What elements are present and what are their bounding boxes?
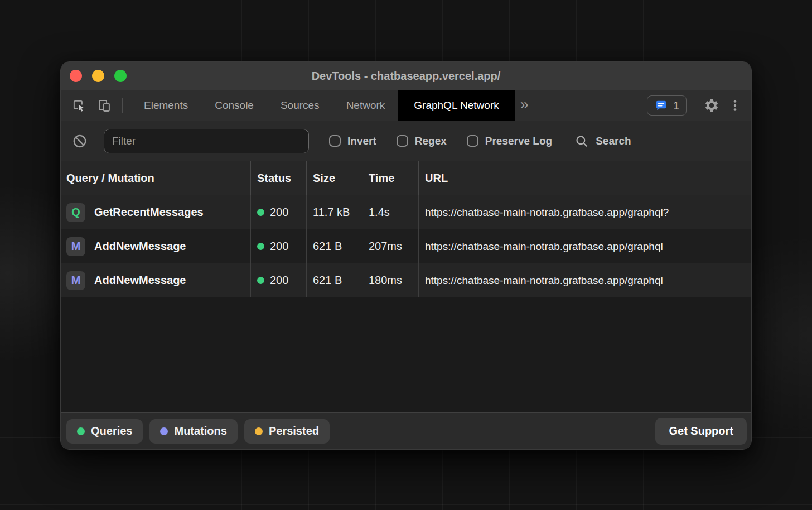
devtools-toolbar: Elements Console Sources Network GraphQL…	[61, 90, 751, 121]
invert-label: Invert	[347, 135, 376, 147]
operation-name: GetRecentMessages	[94, 206, 204, 219]
cell-size: 11.7 kB	[306, 195, 362, 229]
query-type-badge: M	[66, 271, 85, 290]
tab-sources[interactable]: Sources	[267, 90, 333, 121]
tab-network[interactable]: Network	[333, 90, 399, 121]
preserve-log-checkbox[interactable]	[467, 135, 478, 147]
column-header-url[interactable]: URL	[418, 161, 751, 195]
status-dot	[257, 277, 264, 284]
window-title: DevTools - chatbaseapp.vercel.app/	[61, 70, 751, 83]
status-dot	[257, 243, 264, 250]
chat-bubble-icon	[654, 99, 668, 113]
cell-query-mutation: M AddNewMessage	[61, 229, 250, 263]
query-type-badge: Q	[66, 203, 85, 222]
cell-query-mutation: M AddNewMessage	[61, 263, 250, 297]
cell-url: https://chatbase-main-notrab.grafbase.ap…	[418, 195, 751, 229]
toolbar-divider	[695, 98, 695, 113]
mutations-dot-icon	[160, 427, 168, 435]
filter-toolbar: Invert Regex Preserve Log Search	[61, 121, 751, 161]
tab-graphql-network[interactable]: GraphQL Network	[398, 90, 514, 121]
cell-time: 1.4s	[362, 195, 418, 229]
gear-icon	[704, 98, 719, 113]
issues-count: 1	[673, 99, 679, 112]
issues-badge-button[interactable]: 1	[647, 95, 687, 116]
legend-mutations-label: Mutations	[174, 425, 226, 437]
device-toolbar-icon	[97, 98, 112, 113]
preserve-log-checkbox-group[interactable]: Preserve Log	[467, 135, 552, 147]
regex-checkbox-group[interactable]: Regex	[397, 135, 447, 147]
empty-table-area	[61, 297, 751, 412]
legend-mutations-button[interactable]: Mutations	[149, 419, 237, 444]
more-tabs-button[interactable]: »	[520, 97, 529, 112]
column-header-size[interactable]: Size	[306, 161, 362, 195]
legend-persisted-button[interactable]: Persisted	[244, 419, 330, 444]
tab-console[interactable]: Console	[201, 90, 267, 121]
status-dot	[257, 209, 264, 216]
more-options-button[interactable]	[728, 98, 742, 113]
clear-log-button[interactable]	[72, 133, 88, 149]
cell-url: https://chatbase-main-notrab.grafbase.ap…	[418, 263, 751, 297]
preserve-log-label: Preserve Log	[485, 135, 552, 147]
filter-input[interactable]	[104, 129, 309, 153]
legend-queries-label: Queries	[91, 425, 132, 437]
status-code: 200	[270, 274, 288, 287]
window-titlebar[interactable]: DevTools - chatbaseapp.vercel.app/	[61, 62, 751, 90]
table-row[interactable]: M AddNewMessage 200 621 B 180ms https://…	[61, 263, 751, 297]
cell-query-mutation: Q GetRecentMessages	[61, 195, 250, 229]
column-header-status[interactable]: Status	[250, 161, 306, 195]
persisted-dot-icon	[255, 427, 263, 435]
traffic-lights	[70, 62, 127, 90]
cell-size: 621 B	[306, 263, 362, 297]
zoom-button[interactable]	[114, 70, 127, 82]
close-button[interactable]	[70, 70, 82, 82]
legend-queries-button[interactable]: Queries	[66, 419, 143, 444]
regex-label: Regex	[415, 135, 447, 147]
devtools-window: DevTools - chatbaseapp.vercel.app/ Eleme…	[60, 61, 752, 450]
invert-checkbox-group[interactable]: Invert	[329, 135, 376, 147]
queries-dot-icon	[77, 427, 85, 435]
cell-size: 621 B	[306, 229, 362, 263]
cell-status: 200	[250, 195, 306, 229]
search-button[interactable]: Search	[574, 134, 631, 148]
regex-checkbox[interactable]	[397, 135, 408, 147]
inspect-cursor-icon	[71, 98, 86, 113]
minimize-button[interactable]	[92, 70, 104, 82]
kebab-menu-icon	[728, 98, 742, 113]
column-header-time[interactable]: Time	[362, 161, 418, 195]
inspect-element-button[interactable]	[71, 98, 86, 113]
cell-time: 207ms	[362, 229, 418, 263]
invert-checkbox[interactable]	[329, 135, 341, 147]
table-header: Query / Mutation Status Size Time URL	[61, 161, 751, 195]
legend-persisted-label: Persisted	[269, 425, 319, 437]
get-support-button[interactable]: Get Support	[655, 418, 747, 445]
cell-url: https://chatbase-main-notrab.grafbase.ap…	[418, 229, 751, 263]
cell-status: 200	[250, 229, 306, 263]
settings-button[interactable]	[704, 98, 719, 113]
table-row[interactable]: Q GetRecentMessages 200 11.7 kB 1.4s htt…	[61, 195, 751, 229]
search-label: Search	[596, 135, 631, 147]
cell-status: 200	[250, 263, 306, 297]
query-type-badge: M	[66, 237, 85, 256]
tab-elements[interactable]: Elements	[130, 90, 201, 121]
status-code: 200	[270, 240, 288, 253]
cell-time: 180ms	[362, 263, 418, 297]
toolbar-divider	[122, 98, 123, 113]
operation-name: AddNewMessage	[94, 240, 186, 253]
block-icon	[72, 133, 88, 149]
operation-name: AddNewMessage	[94, 274, 186, 287]
status-code: 200	[270, 206, 288, 219]
column-header-query-mutation[interactable]: Query / Mutation	[61, 161, 250, 195]
device-toolbar-button[interactable]	[96, 98, 112, 113]
table-row[interactable]: M AddNewMessage 200 621 B 207ms https://…	[61, 229, 751, 263]
footer-bar: Queries Mutations Persisted Get Support	[61, 412, 751, 449]
search-icon	[574, 134, 589, 148]
